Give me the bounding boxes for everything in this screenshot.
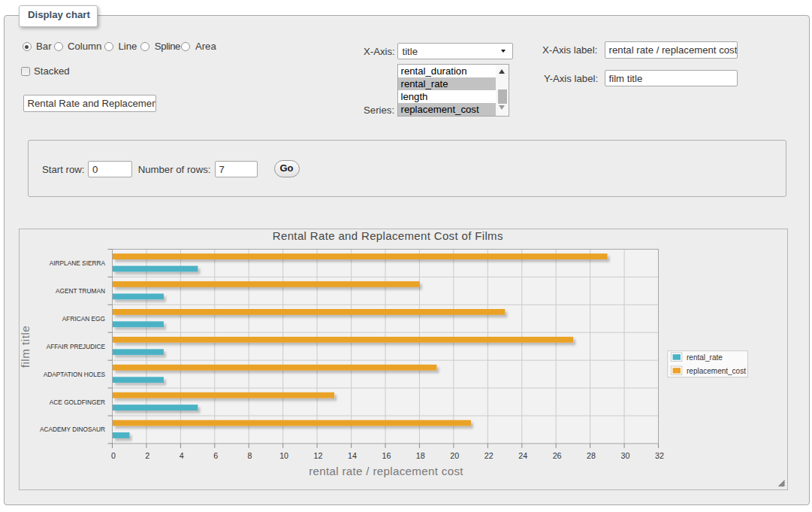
svg-text:4: 4 — [179, 451, 183, 460]
svg-text:20: 20 — [450, 451, 459, 460]
svg-text:16: 16 — [382, 451, 391, 460]
svg-text:ADAPTATION HOLES: ADAPTATION HOLES — [43, 371, 105, 378]
svg-text:replacement_cost: replacement_cost — [687, 367, 746, 375]
svg-text:6: 6 — [213, 451, 218, 460]
svg-text:rental_rate: rental_rate — [687, 353, 723, 362]
svg-text:24: 24 — [518, 451, 527, 460]
svg-text:18: 18 — [415, 451, 424, 460]
svg-text:AFRICAN EGG: AFRICAN EGG — [62, 315, 104, 323]
svg-text:10: 10 — [279, 451, 288, 460]
svg-text:rental rate / replacement cost: rental rate / replacement cost — [309, 465, 463, 477]
svg-text:ACADEMY DINOSAUR: ACADEMY DINOSAUR — [40, 426, 105, 433]
svg-text:14: 14 — [348, 451, 357, 460]
svg-text:30: 30 — [620, 451, 629, 460]
svg-text:12: 12 — [313, 451, 322, 460]
svg-text:ACE GOLDFINGER: ACE GOLDFINGER — [49, 398, 104, 406]
svg-text:22: 22 — [484, 451, 493, 460]
svg-text:AIRPLANE SIERRA: AIRPLANE SIERRA — [49, 259, 105, 267]
svg-text:32: 32 — [654, 451, 663, 460]
svg-text:0: 0 — [110, 451, 115, 460]
svg-text:8: 8 — [247, 451, 252, 460]
svg-text:film title: film title — [20, 326, 32, 368]
svg-text:26: 26 — [552, 451, 561, 460]
svg-text:28: 28 — [587, 451, 596, 460]
svg-text:Rental Rate and Replacement Co: Rental Rate and Replacement Cost of Film… — [272, 229, 503, 242]
svg-text:AGENT TRUMAN: AGENT TRUMAN — [55, 287, 104, 295]
svg-text:2: 2 — [145, 451, 149, 460]
svg-text:AFFAIR PREJUDICE: AFFAIR PREJUDICE — [46, 343, 105, 350]
